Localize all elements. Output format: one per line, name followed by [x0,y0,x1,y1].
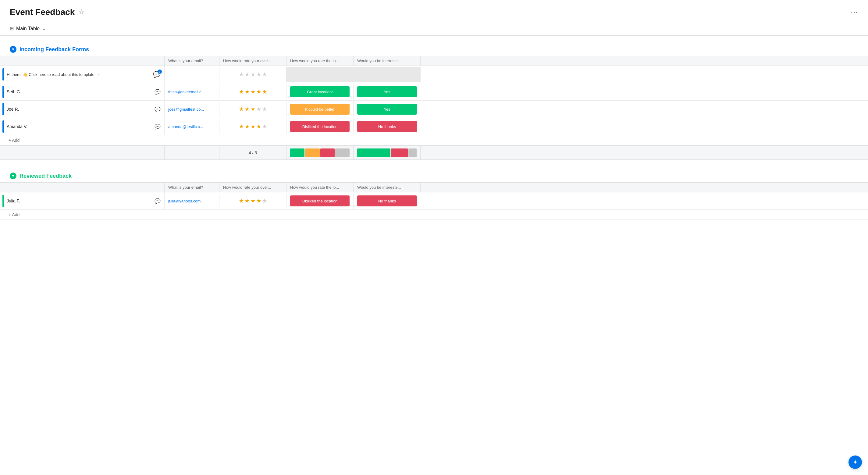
email-seth[interactable]: thisis@fakeemail.c... [168,90,205,94]
cell-email-template [164,67,219,82]
star-4: ★ [256,88,261,95]
stars-seth: ★ ★ ★ ★ ★ [223,88,282,95]
row-name-julia[interactable]: Julia F. [7,199,152,203]
star-1: ★ [239,123,244,130]
star-3: ★ [250,71,255,78]
col-header-location-r: How would you rate the lo... [286,183,353,192]
star-1: ★ [239,198,244,204]
row-color-bar [2,68,4,81]
stars-amanda: ★ ★ ★ ★ ★ [223,123,282,130]
table-row: Amanda V. 💬 amanda@testllc.c... ★ ★ ★ ★ … [0,118,868,136]
col-header-name [0,56,164,65]
group-header-reviewed: ▼ Reviewed Feedback [0,170,868,182]
comment-icon-julia[interactable]: 💬 [155,198,161,204]
col-header-overall-r: How would rate your over... [219,183,286,192]
cell-stars-amanda: ★ ★ ★ ★ ★ [219,119,286,134]
star-5: ★ [262,71,267,78]
row-color-bar [2,195,4,207]
col-header-interested-r: Would you be intereste... [353,183,421,192]
group-toggle-reviewed[interactable]: ▼ [10,173,17,179]
status-badge-location-amanda: Disliked the location [290,121,349,132]
stars-template: ★ ★ ★ ★ ★ [223,71,282,78]
cell-interested-template [353,67,421,82]
add-row-reviewed[interactable]: + Add [0,210,868,220]
col-header-overall: How would rate your over... [219,56,286,65]
table-view-icon: ⊞ [10,26,14,31]
group-header-incoming: ▼ Incoming Feedback Forms [0,43,868,56]
star-4: ★ [256,198,261,204]
cell-interested-julia: No thanks [353,193,421,209]
cell-location-template [286,67,353,82]
summary-bar-gray [408,148,416,157]
cell-stars-template: ★ ★ ★ ★ ★ [219,67,286,82]
cell-email-seth: thisis@fakeemail.c... [164,85,219,99]
chat-badge-num: 1 [158,69,162,74]
table-row: Hi there! 👋 Click here to read about thi… [0,66,868,83]
star-2: ★ [245,88,250,95]
summary-bar-red [391,148,408,157]
cell-stars-julia: ★ ★ ★ ★ ★ [219,194,286,208]
star-3: ★ [250,106,255,113]
col-header-location: How would you rate the lo... [286,56,353,65]
group-title-reviewed: Reviewed Feedback [20,173,72,179]
comment-icon-seth[interactable]: 💬 [155,89,161,95]
star-1: ★ [239,88,244,95]
email-julia[interactable]: julia@yahoos.com [168,199,200,203]
comment-icon-amanda[interactable]: 💬 [155,124,161,129]
summary-bars-interested [357,148,416,157]
col-header-email-r: What is your email? [164,183,219,192]
row-name-amanda[interactable]: Amanda V. [7,124,152,129]
star-2: ★ [245,198,250,204]
star-5: ★ [262,106,267,113]
star-2: ★ [245,123,250,130]
row-name-cell-joe: Joe R. 💬 [0,100,164,118]
status-badge-interested-julia: No thanks [357,196,417,206]
row-color-bar [2,103,4,115]
row-color-bar [2,120,4,132]
add-row-label-reviewed: + Add [8,212,20,217]
table-reviewed: What is your email? How would rate your … [0,182,868,220]
cell-email-joe: joes@gmailtest.co... [164,102,219,116]
cell-location-julia: Disliked the location [286,193,353,209]
cell-interested-joe: Yes [353,101,421,117]
row-name-template[interactable]: Hi there! 👋 Click here to read about thi… [7,72,151,77]
chat-badge-icon[interactable]: 💬 1 [153,71,161,78]
star-5: ★ [262,123,267,130]
status-badge-location-julia: Disliked the location [290,196,349,206]
table-row: Seth G. 💬 thisis@fakeemail.c... ★ ★ ★ ★ … [0,83,868,100]
email-joe[interactable]: joes@gmailtest.co... [168,107,204,112]
cell-stars-seth: ★ ★ ★ ★ ★ [219,85,286,99]
summary-cell-email [164,146,219,159]
cell-location-amanda: Disliked the location [286,119,353,135]
cell-email-amanda: amanda@testllc.c... [164,119,219,134]
more-menu-icon[interactable]: ··· [851,8,858,16]
page-title-container: Event Feedback ☆ [10,7,85,17]
email-amanda[interactable]: amanda@testllc.c... [168,124,203,129]
summary-bar-orange [305,148,319,157]
cell-location-joe: It could be better [286,101,353,117]
row-name-joe[interactable]: Joe R. [7,107,152,112]
summary-cell-name [0,146,164,159]
group-toggle-incoming[interactable]: ▼ [10,46,17,53]
col-header-interested: Would you be intereste... [353,56,421,65]
col-headers-incoming: What is your email? How would rate your … [0,56,868,66]
view-dropdown-chevron[interactable]: ⌄ [42,26,46,31]
favorite-star-icon[interactable]: ☆ [78,8,85,16]
star-1: ★ [239,106,244,113]
star-2: ★ [245,71,250,78]
row-color-bar [2,86,4,98]
cell-stars-joe: ★ ★ ★ ★ ★ [219,102,286,116]
status-badge-location-joe: It could be better [290,103,349,115]
comment-icon-joe[interactable]: 💬 [155,107,161,112]
summary-cell-overall: 4 / 5 [219,146,286,159]
row-name-seth[interactable]: Seth G. [7,89,152,94]
summary-bars-location [290,148,349,157]
col-header-email: What is your email? [164,56,219,65]
row-name-cell-seth: Seth G. 💬 [0,83,164,100]
summary-cell-location [286,146,353,159]
summary-cell-interested [353,146,421,159]
group-incoming: ▼ Incoming Feedback Forms What is your e… [0,43,868,160]
cell-interested-seth: Yes [353,84,421,100]
add-row-incoming[interactable]: + Add [0,136,868,145]
star-4: ★ [256,71,261,78]
